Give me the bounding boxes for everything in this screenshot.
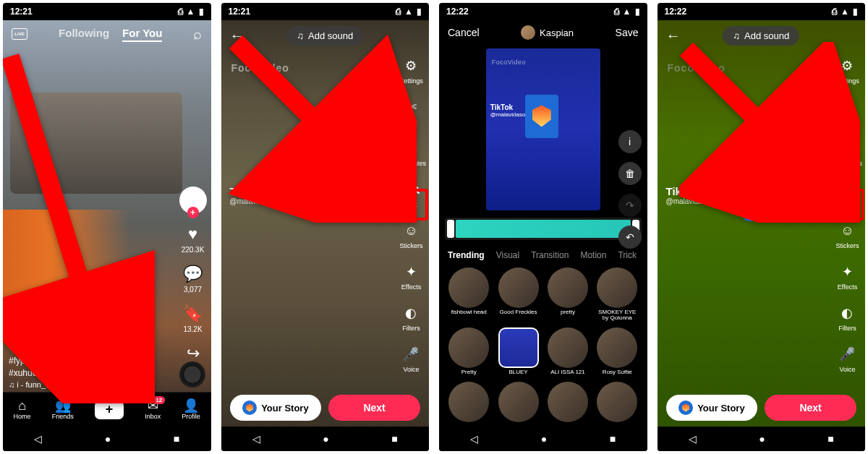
- bottom-nav: ⌂Home 👥Friends + ✉Inbox12 👤Profile: [3, 392, 211, 427]
- bookmark-count: 13.2K: [183, 325, 202, 333]
- effect-author[interactable]: Kaspian: [521, 25, 574, 40]
- author-name[interactable]: funny.tiktok.36: [9, 339, 168, 354]
- rail-settings[interactable]: ⚙Settings: [835, 56, 859, 85]
- rail-settings[interactable]: ⚙Settings: [399, 56, 423, 85]
- your-story-button[interactable]: Your Story: [666, 395, 758, 421]
- timeline-handle-left[interactable]: [447, 220, 454, 237]
- nav-profile[interactable]: 👤Profile: [182, 399, 200, 420]
- your-story-button[interactable]: Your Story: [230, 395, 322, 421]
- save-button[interactable]: Save: [616, 27, 639, 38]
- timeline-track[interactable]: [456, 220, 631, 237]
- effect-thumb[interactable]: [498, 267, 539, 308]
- editor-rail: ⚙Settings ✄Edit ▭Templates AaText ☺Stick…: [833, 56, 862, 405]
- rail-effects[interactable]: ✦Effects: [838, 262, 857, 291]
- create-button[interactable]: +: [95, 401, 124, 419]
- live-icon[interactable]: LIVE: [12, 28, 27, 40]
- back-button[interactable]: ←: [229, 27, 246, 44]
- effect-thumb[interactable]: [448, 327, 489, 368]
- effect-item[interactable]: Good Freckles: [495, 267, 540, 322]
- preview-tools: i 🗑 ↷ ↶: [618, 130, 642, 249]
- effects-icon: ✦: [401, 262, 420, 281]
- effect-item[interactable]: Rosy Softie: [595, 327, 639, 376]
- action-rail: ♥220.3K 💬3,077 🔖13.2K ↪21.6K: [179, 187, 207, 373]
- cast-icon: ⎙: [178, 7, 183, 17]
- video-tags[interactable]: #fyp #funny #funnyvideos #xuhuong #xuhuo…: [9, 355, 168, 380]
- nav-recents-icon[interactable]: ■: [174, 433, 179, 445]
- nav-home[interactable]: ⌂Home: [14, 399, 31, 420]
- rail-templates[interactable]: ▭Templates: [396, 139, 426, 167]
- status-time: 12:22: [446, 7, 469, 17]
- cancel-button[interactable]: Cancel: [448, 27, 480, 38]
- effect-item[interactable]: pretty: [545, 267, 590, 322]
- tab-transition[interactable]: Transition: [531, 250, 569, 259]
- status-time: 12:22: [665, 7, 687, 17]
- tab-motion[interactable]: Motion: [580, 250, 606, 259]
- effect-thumb[interactable]: [448, 267, 489, 308]
- rail-edit[interactable]: ✄Edit: [401, 98, 420, 126]
- rail-voice[interactable]: 🎤Voice: [838, 345, 856, 373]
- back-button[interactable]: ←: [665, 27, 682, 44]
- effect-thumb[interactable]: [498, 382, 539, 422]
- nav-inbox[interactable]: ✉Inbox12: [145, 399, 161, 420]
- undo-button[interactable]: ↶: [618, 226, 642, 249]
- add-sound-button[interactable]: ♫Add sound: [286, 26, 363, 46]
- rail-effects[interactable]: ✦Effects: [401, 262, 421, 291]
- tab-following[interactable]: Following: [59, 27, 109, 42]
- sticker-icon: ☺: [401, 221, 420, 240]
- screenshot-3-effects-picker: 12:22 ⎙▲▮ Cancel Kaspian Save FocoVideo …: [439, 3, 647, 451]
- nav-back-icon[interactable]: ◁: [34, 433, 42, 445]
- effect-thumb[interactable]: [498, 327, 539, 368]
- nav-home-icon[interactable]: ●: [105, 433, 111, 445]
- search-icon[interactable]: ⌕: [193, 26, 202, 43]
- effect-thumb[interactable]: [448, 382, 489, 422]
- effect-item[interactable]: fishbowl head: [446, 267, 491, 322]
- feed-header: LIVE Following For You ⌕: [3, 20, 211, 48]
- tab-foryou[interactable]: For You: [122, 27, 162, 42]
- rail-edit[interactable]: ✄Edit: [838, 98, 856, 126]
- effect-item[interactable]: SMOKEY EYE by Qolonna: [595, 267, 639, 322]
- comment-icon[interactable]: 💬: [183, 264, 203, 284]
- tiktok-watermark: TikTok @malavidasoftware: [666, 185, 730, 205]
- bookmark-icon[interactable]: 🔖: [183, 304, 203, 324]
- effect-thumb[interactable]: [597, 327, 637, 368]
- effect-label: pretty: [561, 309, 575, 316]
- redo-button[interactable]: ↷: [618, 194, 642, 217]
- effect-item[interactable]: Pretty: [446, 327, 491, 376]
- effect-item[interactable]: [446, 382, 491, 424]
- effect-item[interactable]: [545, 382, 590, 424]
- music-disc-icon[interactable]: [179, 361, 205, 387]
- effect-item[interactable]: [495, 382, 540, 424]
- delete-button[interactable]: 🗑: [618, 162, 642, 185]
- templates-icon: ▭: [401, 139, 420, 158]
- info-button[interactable]: i: [618, 130, 642, 153]
- next-button[interactable]: Next: [328, 395, 420, 421]
- author-avatar[interactable]: [179, 187, 207, 214]
- tab-trending[interactable]: Trending: [448, 250, 485, 259]
- mic-icon: 🎤: [401, 345, 420, 364]
- timeline[interactable]: [445, 218, 642, 239]
- heart-icon[interactable]: ♥: [182, 224, 203, 244]
- rail-voice[interactable]: 🎤Voice: [401, 345, 420, 373]
- effect-item[interactable]: [595, 382, 639, 424]
- status-icons: ⎙ ▲ ▮: [178, 7, 204, 17]
- rail-stickers[interactable]: ☺Stickers: [399, 221, 422, 249]
- effect-thumb[interactable]: [597, 267, 637, 308]
- tab-trick[interactable]: Trick: [618, 250, 637, 259]
- rail-templates[interactable]: ▭Templates: [833, 139, 862, 167]
- effect-thumb[interactable]: [597, 382, 637, 422]
- effect-item[interactable]: BLUEY: [495, 327, 540, 376]
- effect-thumb[interactable]: [548, 267, 588, 308]
- effect-item[interactable]: ALI ISSA 121: [545, 327, 590, 376]
- tab-visual[interactable]: Visual: [496, 250, 519, 259]
- next-button[interactable]: Next: [765, 395, 856, 421]
- rail-filters[interactable]: ◐Filters: [838, 304, 856, 332]
- nav-friends[interactable]: 👥Friends: [52, 399, 74, 420]
- add-sound-button[interactable]: ♫Add sound: [723, 26, 799, 46]
- rail-stickers[interactable]: ☺Stickers: [835, 221, 859, 249]
- music-label[interactable]: ♫ i - funn_tiktok_036 (Con: [9, 380, 168, 390]
- rail-filters[interactable]: ◐Filters: [401, 304, 420, 332]
- effect-thumb[interactable]: [548, 382, 588, 422]
- effect-label: Rosy Softie: [603, 369, 632, 376]
- share-icon[interactable]: ↪: [183, 343, 203, 364]
- effect-thumb[interactable]: [548, 327, 588, 368]
